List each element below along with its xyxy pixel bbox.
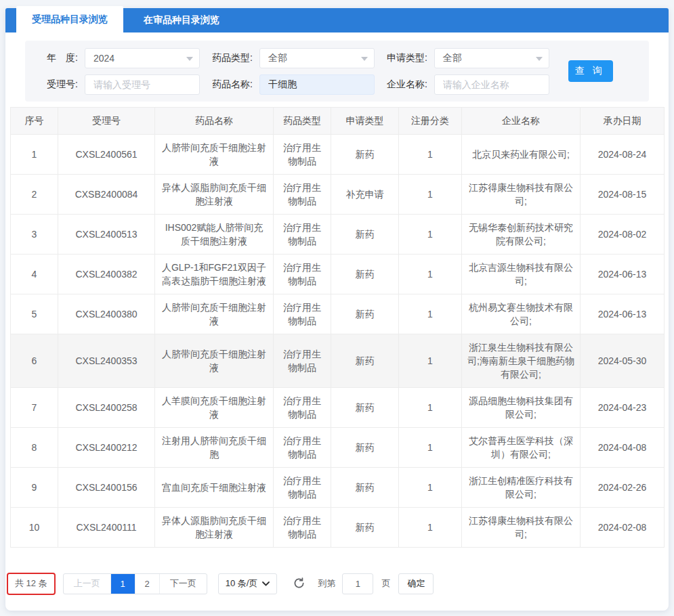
table-row: 5CXSL2400380人脐带间充质干细胞注射液治疗用生物制品新药1杭州易文赛生… (11, 294, 665, 334)
search-button[interactable]: 查 询 (568, 60, 613, 82)
page-button-1[interactable]: 1 (110, 574, 135, 594)
table-cell: 源品细胞生物科技集团有限公司; (462, 388, 581, 428)
refresh-button[interactable] (292, 577, 306, 590)
table-cell: 治疗用生物制品 (274, 468, 331, 508)
table-cell: IHS002赋能人脐带间充质干细胞注射液 (155, 215, 274, 255)
table-cell: 新药 (331, 468, 399, 508)
table-cell: 1 (399, 468, 462, 508)
table-row: 9CXSL2400156宫血间充质干细胞注射液治疗用生物制品新药1浙江生创精准医… (11, 468, 665, 508)
table-row: 1CXSL2400561人脐带间充质干细胞注射液治疗用生物制品新药1北京贝来药业… (11, 135, 665, 175)
goto-page-input[interactable] (342, 573, 373, 594)
table-cell: 江苏得康生物科技有限公司; (462, 175, 581, 215)
table-cell: 2024-02-26 (581, 468, 665, 508)
table-cell: 新药 (331, 135, 399, 175)
page-size-select[interactable]: 10 条/页 (218, 573, 278, 594)
table-cell: 治疗用生物制品 (274, 215, 331, 255)
drug-type-select[interactable]: 全部 (259, 48, 375, 68)
tab-accepted-catalog[interactable]: 受理品种目录浏览 (16, 6, 123, 32)
goto-page-group: 到第 页 (318, 573, 390, 594)
table-cell: 1 (399, 215, 462, 255)
table-cell: 治疗用生物制品 (274, 388, 331, 428)
apply-type-select[interactable]: 全部 (434, 48, 549, 68)
chevron-down-icon (361, 57, 368, 61)
table-cell: 治疗用生物制品 (274, 508, 331, 548)
table-cell: 异体人源脂肪间充质干细胞注射液 (155, 175, 274, 215)
table-cell: 治疗用生物制品 (274, 175, 331, 215)
filter-panel: 年 度: 2024 药品类型: 全部 申请类型: 全部 受理号: 药品名称: (25, 41, 649, 102)
table-cell: 无锡华泰创新药技术研究院有限公司; (462, 215, 581, 255)
table-cell: 1 (399, 428, 462, 468)
table-row: 7CXSL2400258人羊膜间充质干细胞注射液治疗用生物制品新药1源品细胞生物… (11, 388, 665, 428)
table-cell: 宫血间充质干细胞注射液 (155, 468, 274, 508)
table-cell: 5 (11, 294, 58, 334)
table-row: 2CXSB2400084异体人源脂肪间充质干细胞注射液治疗用生物制品补充申请1江… (11, 175, 665, 215)
tab-bar: 受理品种目录浏览 在审品种目录浏览 (5, 8, 669, 32)
table-row: 8CXSL2400212注射用人脐带间充质干细胞治疗用生物制品新药1艾尔普再生医… (11, 428, 665, 468)
table-body: 1CXSL2400561人脐带间充质干细胞注射液治疗用生物制品新药1北京贝来药业… (11, 135, 665, 548)
table-cell: 2024-04-08 (581, 428, 665, 468)
chevron-down-icon (536, 57, 543, 61)
table-cell: CXSL2400561 (58, 135, 155, 175)
table-cell: 1 (399, 388, 462, 428)
table-cell: 2024-08-24 (581, 135, 665, 175)
accept-no-input[interactable] (85, 74, 200, 95)
company-name-input[interactable] (434, 74, 549, 95)
drug-type-label: 药品类型: (200, 52, 259, 64)
table-cell: 治疗用生物制品 (274, 428, 331, 468)
table-cell: 补充申请 (331, 175, 399, 215)
table-cell: 治疗用生物制品 (274, 255, 331, 294)
table-cell: 治疗用生物制品 (274, 334, 331, 388)
table-cell: 1 (399, 175, 462, 215)
table-cell: 4 (11, 255, 58, 294)
table-cell: 2024-02-08 (581, 508, 665, 548)
pager-group: 上一页 1 2 下一页 (63, 573, 207, 594)
table-cell: 2024-08-02 (581, 215, 665, 255)
table-cell: 治疗用生物制品 (274, 294, 331, 334)
table-cell: 6 (11, 334, 58, 388)
drug-type-select-value[interactable]: 全部 (259, 48, 375, 68)
results-table: 序号 受理号 药品名称 药品类型 申请类型 注册分类 企业名称 承办日期 1CX… (10, 107, 665, 548)
table-cell: 新药 (331, 428, 399, 468)
next-page-button[interactable]: 下一页 (159, 574, 207, 594)
table-cell: 2024-06-13 (581, 294, 665, 334)
table-header-row: 序号 受理号 药品名称 药品类型 申请类型 注册分类 企业名称 承办日期 (11, 108, 665, 135)
tab-under-review-catalog[interactable]: 在审品种目录浏览 (123, 8, 240, 32)
table-cell: CXSB2400084 (58, 175, 155, 215)
table-cell: 新药 (331, 508, 399, 548)
table-cell: 1 (399, 255, 462, 294)
table-cell: 新药 (331, 215, 399, 255)
table-cell: 人GLP-1和FGF21双因子高表达脂肪干细胞注射液 (155, 255, 274, 294)
table-cell: 1 (11, 135, 58, 175)
table-cell: 新药 (331, 334, 399, 388)
table-cell: 注射用人脐带间充质干细胞 (155, 428, 274, 468)
prev-page-button[interactable]: 上一页 (64, 574, 110, 594)
table-cell: CXSL2400111 (58, 508, 155, 548)
table-cell: 治疗用生物制品 (274, 135, 331, 175)
year-select[interactable]: 2024 (85, 48, 200, 68)
table-cell: CXSL2400513 (58, 215, 155, 255)
apply-type-select-value[interactable]: 全部 (434, 48, 549, 68)
confirm-button[interactable]: 确定 (398, 573, 434, 594)
year-select-value[interactable]: 2024 (85, 48, 200, 68)
page-button-2[interactable]: 2 (135, 574, 159, 594)
table-cell: CXSL2400353 (58, 334, 155, 388)
chevron-down-icon (262, 581, 270, 586)
goto-prefix-label: 到第 (318, 577, 335, 590)
table-cell: 3 (11, 215, 58, 255)
table-cell: 7 (11, 388, 58, 428)
total-count-annotation: 共 12 条 (7, 573, 56, 595)
table-cell: 1 (399, 508, 462, 548)
table-row: 6CXSL2400353人脐带间充质干细胞注射液治疗用生物制品新药1浙江泉生生物… (11, 334, 665, 388)
table-cell: CXSL2400258 (58, 388, 155, 428)
total-count-label: 共 12 条 (15, 577, 47, 590)
header-seq: 序号 (11, 108, 58, 135)
table-cell: 1 (399, 294, 462, 334)
accept-no-label: 受理号: (37, 79, 85, 91)
table-cell: 2 (11, 175, 58, 215)
table-row: 4CXSL2400382人GLP-1和FGF21双因子高表达脂肪干细胞注射液治疗… (11, 255, 665, 294)
table-cell: 新药 (331, 255, 399, 294)
header-accept-no: 受理号 (58, 108, 155, 135)
table-cell: 人脐带间充质干细胞注射液 (155, 334, 274, 388)
table-cell: 8 (11, 428, 58, 468)
drug-name-input[interactable] (259, 74, 375, 95)
